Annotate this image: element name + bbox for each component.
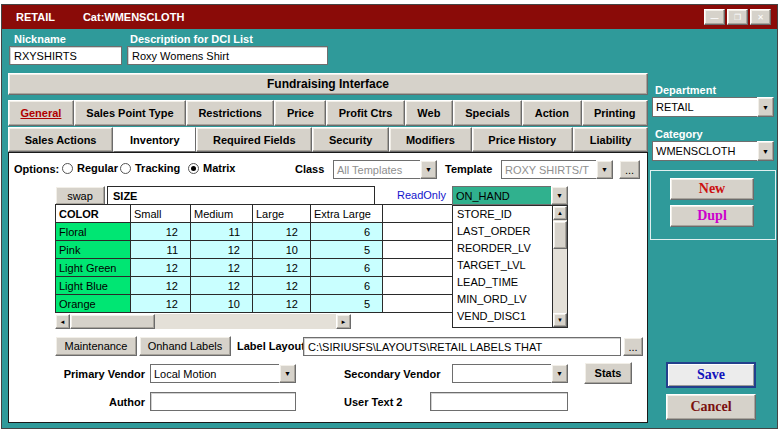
template-browse-button[interactable]: ... [619,160,640,179]
value-cell[interactable]: 12 [131,223,191,241]
blank-cell[interactable] [383,241,454,259]
dropdown-item[interactable]: VEND_DISC1 [453,308,552,325]
tab-specials[interactable]: Specials [453,100,523,126]
author-input[interactable] [150,392,296,411]
cancel-button[interactable]: Cancel [666,394,756,420]
scroll-down-icon[interactable]: ▼ [553,313,567,327]
hscrollbar-track[interactable] [155,314,336,329]
blank-cell[interactable] [383,259,454,277]
blank-cell[interactable] [383,223,454,241]
matrix-hscrollbar[interactable]: ◄ ► [55,314,351,329]
option-regular[interactable]: Regular [62,162,118,174]
onhand-labels-button[interactable]: Onhand Labels [139,336,231,356]
color-cell[interactable]: Orange [56,295,131,313]
chevron-down-icon[interactable]: ▼ [279,364,296,383]
dupl-button[interactable]: Dupl [670,205,754,227]
template-dropdown[interactable]: ROXY SHIRTS/T ▼ [501,160,613,179]
color-cell[interactable]: Light Blue [56,277,131,295]
tab-required-fields[interactable]: Required Fields [196,127,312,152]
tab-printing[interactable]: Printing [582,100,648,126]
chevron-down-icon[interactable]: ▼ [596,160,613,179]
minimize-button[interactable]: — [704,9,725,25]
tab-liability[interactable]: Liability [573,127,648,152]
dropdown-item[interactable]: MIN_ORD_LV [453,291,552,308]
primary-vendor-dropdown[interactable]: Local Motion ▼ [150,364,296,383]
chevron-down-icon[interactable]: ▼ [551,364,568,383]
titlebar[interactable]: RETAIL Cat:WMENSCLOTH — ❐ ✕ [2,5,777,29]
description-input[interactable]: Roxy Womens Shirt [127,46,328,65]
value-cell[interactable]: 6 [311,259,383,277]
value-cell[interactable]: 11 [191,223,253,241]
department-dropdown[interactable]: RETAIL ▼ [652,97,774,117]
chevron-down-icon[interactable]: ▼ [757,141,774,161]
option-tracking[interactable]: Tracking [120,162,180,174]
tab-inventory[interactable]: Inventory [113,127,196,152]
value-cell[interactable]: 6 [311,223,383,241]
class-dropdown[interactable]: All Templates ▼ [333,160,437,179]
value-cell[interactable]: 12 [131,259,191,277]
value-cell[interactable]: 12 [131,295,191,313]
nickname-input[interactable]: RXYSHIRTS [9,46,122,65]
value-cell[interactable]: 12 [253,259,311,277]
color-cell[interactable]: Light Green [56,259,131,277]
field-dropdown[interactable]: ON_HAND ▼ [452,186,568,205]
stats-button[interactable]: Stats [584,362,632,384]
value-cell[interactable]: 10 [191,295,253,313]
tab-price[interactable]: Price [274,100,326,126]
new-button[interactable]: New [670,178,754,200]
value-cell[interactable]: 11 [131,241,191,259]
color-cell[interactable]: Pink [56,241,131,259]
tab-security[interactable]: Security [312,127,389,152]
value-cell[interactable]: 12 [253,223,311,241]
value-cell[interactable]: 12 [253,277,311,295]
maintenance-button[interactable]: Maintenance [55,336,137,356]
category-dropdown[interactable]: WMENSCLOTH ▼ [652,141,774,161]
value-cell[interactable]: 5 [311,295,383,313]
tab-sales-actions[interactable]: Sales Actions [8,127,113,152]
value-cell[interactable]: 12 [131,277,191,295]
tab-sales-point-type[interactable]: Sales Point Type [74,100,186,126]
maximize-button[interactable]: ❐ [727,9,748,25]
chevron-down-icon[interactable]: ▼ [551,186,568,205]
color-cell[interactable]: Floral [56,223,131,241]
hscrollbar-thumb[interactable] [70,314,155,329]
scroll-right-icon[interactable]: ► [336,314,351,329]
value-cell[interactable]: 10 [253,241,311,259]
value-cell[interactable]: 12 [191,277,253,295]
label-layout-input[interactable]: C:\SIRIUSFS\LAYOUTS\RETAIL LABELS THAT [303,337,621,356]
chevron-down-icon[interactable]: ▼ [757,97,774,117]
secondary-vendor-dropdown[interactable]: ▼ [452,364,568,383]
tab-web[interactable]: Web [405,100,453,126]
tab-modifiers[interactable]: Modifiers [389,127,471,152]
radio-icon [120,163,131,174]
list-vscrollbar[interactable]: ▲ ▼ [552,206,567,327]
scroll-up-icon[interactable]: ▲ [553,206,567,220]
tab-general[interactable]: General [8,100,74,126]
blank-cell[interactable] [383,295,454,313]
close-button[interactable]: ✕ [750,9,771,25]
vscrollbar-thumb[interactable] [553,221,567,249]
blank-cell[interactable] [383,277,454,295]
tab-price-history[interactable]: Price History [472,127,573,152]
option-matrix[interactable]: Matrix [188,162,235,174]
dropdown-item[interactable]: LEAD_TIME [453,274,552,291]
dropdown-item[interactable]: TARGET_LVL [453,257,552,274]
value-cell[interactable]: 12 [253,295,311,313]
value-cell[interactable]: 5 [311,241,383,259]
label-layout-browse-button[interactable]: ... [623,337,643,356]
dropdown-item[interactable]: LAST_ORDER [453,223,552,240]
dropdown-item[interactable]: STORE_ID [453,206,552,223]
value-cell[interactable]: 12 [191,241,253,259]
value-cell[interactable]: 12 [191,259,253,277]
tab-action[interactable]: Action [522,100,581,126]
save-button[interactable]: Save [666,362,756,388]
tab-profit-ctrs[interactable]: Profit Ctrs [326,100,405,126]
tab-restrictions[interactable]: Restrictions [186,100,274,126]
fundraising-interface-bar[interactable]: Fundraising Interface [8,73,648,95]
dropdown-item[interactable]: REORDER_LV [453,240,552,257]
scroll-left-icon[interactable]: ◄ [55,314,70,329]
chevron-down-icon[interactable]: ▼ [420,160,437,179]
swap-button[interactable]: swap [55,186,105,205]
value-cell[interactable]: 6 [311,277,383,295]
user-text-2-input[interactable] [430,392,568,411]
